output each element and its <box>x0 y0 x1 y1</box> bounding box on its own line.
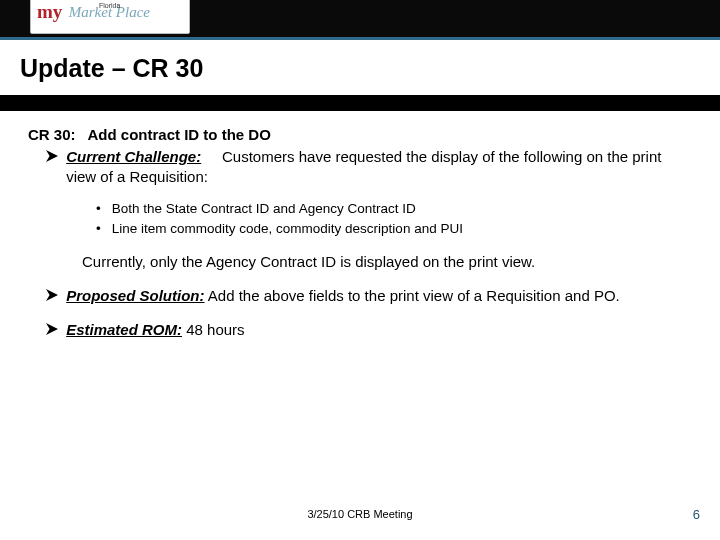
cr-id: CR 30: <box>28 126 76 143</box>
page-title: Update – CR 30 <box>20 54 700 83</box>
bullet-text: Both the State Contract ID and Agency Co… <box>112 201 416 216</box>
logo-myfloridamarketplace: my Florida Market Place <box>30 0 190 34</box>
bullet-item: • Both the State Contract ID and Agency … <box>96 200 692 218</box>
item-content: Current Challenge: Customers have reques… <box>66 147 666 187</box>
cr-heading: CR 30: Add contract ID to the DO <box>28 125 692 145</box>
item-estimated-rom: Estimated ROM: 48 hours <box>46 320 692 340</box>
title-area: Update – CR 30 <box>0 40 720 95</box>
solution-text: Add the above fields to the print view o… <box>208 287 620 304</box>
rom-text: 48 hours <box>186 321 244 338</box>
arrow-icon <box>46 147 62 167</box>
item-content: Proposed Solution: Add the above fields … <box>66 286 666 306</box>
rom-label: Estimated ROM: <box>66 321 182 338</box>
logo-text-my: my <box>37 1 62 23</box>
cr-description: Add contract ID to the DO <box>87 126 270 143</box>
bullet-text: Line item commodity code, commodity desc… <box>112 221 463 236</box>
footer-date: 3/25/10 CRB Meeting <box>0 508 720 520</box>
bullet-item: • Line item commodity code, commodity de… <box>96 220 692 238</box>
solution-label: Proposed Solution: <box>66 287 204 304</box>
title-underline-bar <box>0 95 720 111</box>
item-current-challenge: Current Challenge: Customers have reques… <box>46 147 692 187</box>
svg-marker-2 <box>46 323 58 335</box>
logo-text-florida: Florida <box>99 2 120 9</box>
svg-marker-1 <box>46 289 58 301</box>
arrow-list: Current Challenge: Customers have reques… <box>46 147 692 340</box>
svg-marker-0 <box>46 150 58 162</box>
arrow-icon <box>46 286 62 306</box>
challenge-bullets: • Both the State Contract ID and Agency … <box>96 200 692 238</box>
body-content: CR 30: Add contract ID to the DO Current… <box>0 111 720 339</box>
challenge-currently: Currently, only the Agency Contract ID i… <box>82 252 692 272</box>
slide: my Florida Market Place Update – CR 30 C… <box>0 0 720 540</box>
challenge-label: Current Challenge: <box>66 148 201 165</box>
bullet-dot-icon: • <box>96 220 108 238</box>
item-proposed-solution: Proposed Solution: Add the above fields … <box>46 286 692 306</box>
top-bar: my Florida Market Place <box>0 0 720 40</box>
footer-page-number: 6 <box>693 507 700 522</box>
item-content: Estimated ROM: 48 hours <box>66 320 666 340</box>
arrow-icon <box>46 320 62 340</box>
bullet-dot-icon: • <box>96 200 108 218</box>
